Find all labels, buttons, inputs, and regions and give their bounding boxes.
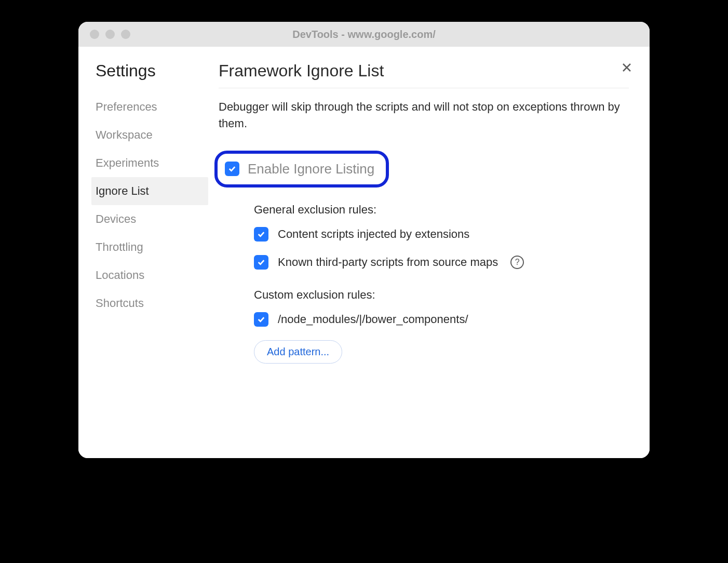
sidebar-item-locations[interactable]: Locations [91,261,208,289]
general-rule-1-row: Known third-party scripts from source ma… [254,255,629,270]
settings-content: Settings PreferencesWorkspaceExperiments… [78,47,650,458]
enable-ignore-highlight: Enable Ignore Listing [214,151,389,187]
custom-exclusion-heading: Custom exclusion rules: [254,288,629,302]
custom-rule-0-checkbox[interactable] [254,312,268,327]
sidebar-item-shortcuts[interactable]: Shortcuts [91,289,208,317]
sidebar-item-throttling[interactable]: Throttling [91,233,208,261]
sidebar-item-experiments[interactable]: Experiments [91,149,208,177]
close-icon [621,61,633,74]
add-pattern-button[interactable]: Add pattern... [254,340,342,364]
window-title: DevTools - www.google.com/ [78,29,650,41]
custom-exclusion-section: Custom exclusion rules: /node_modules/|/… [254,288,629,364]
checkmark-icon [257,230,266,239]
general-rule-0-label: Content scripts injected by extensions [278,227,469,241]
custom-rule-0-label: /node_modules/|/bower_components/ [278,313,468,326]
page-title: Framework Ignore List [219,61,629,88]
sidebar-item-ignore-list[interactable]: Ignore List [91,177,208,205]
devtools-settings-window: DevTools - www.google.com/ Settings Pref… [78,22,650,458]
traffic-light-minimize[interactable] [105,30,115,39]
checkmark-icon [227,164,237,173]
traffic-light-close[interactable] [90,30,99,39]
sidebar-item-devices[interactable]: Devices [91,205,208,233]
checkmark-icon [257,258,266,267]
general-exclusion-section: General exclusion rules: Content scripts… [254,203,629,270]
sidebar-title: Settings [91,61,208,81]
traffic-light-zoom[interactable] [121,30,130,39]
enable-ignore-label: Enable Ignore Listing [248,161,374,177]
checkmark-icon [257,315,266,324]
close-button[interactable] [619,60,634,75]
general-exclusion-heading: General exclusion rules: [254,203,629,217]
page-description: Debugger will skip through the scripts a… [219,99,629,132]
settings-main: Framework Ignore List Debugger will skip… [208,47,650,458]
help-icon[interactable]: ? [510,256,524,269]
sidebar-item-workspace[interactable]: Workspace [91,121,208,149]
settings-sidebar: Settings PreferencesWorkspaceExperiments… [78,47,208,458]
window-titlebar: DevTools - www.google.com/ [78,22,650,47]
sidebar-item-preferences[interactable]: Preferences [91,93,208,121]
general-rule-0-checkbox[interactable] [254,227,268,242]
general-rule-0-row: Content scripts injected by extensions [254,227,629,242]
custom-rule-0-row: /node_modules/|/bower_components/ [254,312,629,327]
traffic-lights [78,30,130,39]
general-rule-1-label: Known third-party scripts from source ma… [278,256,498,269]
enable-ignore-checkbox[interactable] [225,162,239,176]
general-rule-1-checkbox[interactable] [254,255,268,270]
